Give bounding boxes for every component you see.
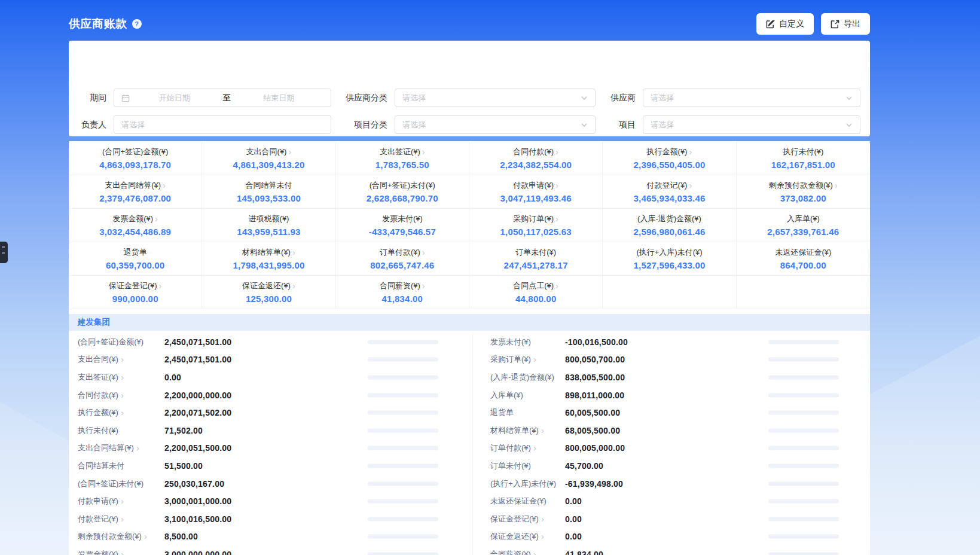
progress-bar <box>768 340 839 344</box>
progress-bar <box>368 340 438 344</box>
metric-link[interactable]: 支出合同(¥)› <box>78 354 124 365</box>
metric-value: 45,700.00 <box>565 461 603 471</box>
metric-link[interactable]: 支出签证(¥)› <box>78 372 124 383</box>
chevron-right-icon: › <box>144 532 147 541</box>
metric-link[interactable]: 付款申请(¥)› <box>78 496 124 507</box>
metric-value: 2,200,000,000.00 <box>164 391 231 400</box>
supplier-category-select[interactable]: 请选择 <box>395 89 596 107</box>
project-label: 项目 <box>598 120 643 130</box>
summary-cell: (合同+签证)金额(¥)4,863,093,178.70 <box>69 142 202 175</box>
metric-row: 未返还保证金(¥)0.00 <box>469 492 870 510</box>
project-category-select[interactable]: 请选择 <box>395 115 596 134</box>
chevron-right-icon: › <box>533 444 536 452</box>
owner-label: 负责人 <box>69 120 114 130</box>
summary-cell[interactable]: 保证金登记(¥)›990,000.00 <box>69 276 202 309</box>
metric-row: 订单未付(¥)45,700.00 <box>469 457 870 475</box>
metric-value: 3,032,454,486.89 <box>69 225 202 239</box>
help-icon[interactable]: ? <box>132 19 142 29</box>
summary-cell[interactable]: 合同薪资(¥)›41,834.00 <box>336 276 469 309</box>
summary-cell[interactable]: 发票金额(¥)›3,032,454,486.89 <box>69 209 202 242</box>
metric-label: (合同+签证)金额(¥) <box>78 337 144 347</box>
summary-cell[interactable]: 材料结算单(¥)›1,798,431,995.00 <box>202 242 335 276</box>
owner-select[interactable]: 请选择 <box>114 115 331 134</box>
metric-label: 发票未付(¥) <box>382 213 423 225</box>
summary-cell[interactable]: 合同付款(¥)›2,234,382,554.00 <box>469 142 603 175</box>
metric-link[interactable]: 保证金返还(¥)› <box>490 531 544 542</box>
metric-link[interactable]: 剩余预付款金额(¥)› <box>78 531 147 542</box>
progress-bar <box>768 517 839 521</box>
metric-label: 执行未付(¥) <box>783 146 823 158</box>
summary-cell[interactable]: 订单付款(¥)›802,665,747.46 <box>336 242 469 276</box>
progress-bar <box>768 463 839 468</box>
summary-cell[interactable]: 支出签证(¥)›1,783,765.50 <box>336 142 469 175</box>
metric-row: 支出签证(¥)›0.00 <box>69 368 469 386</box>
side-drawer-handle[interactable] <box>0 242 8 263</box>
metric-label: 进项税额(¥) <box>249 213 289 225</box>
metrics-column-right: 发票未付(¥)-100,016,500.00采购订单(¥)›800,050,70… <box>469 333 870 555</box>
metric-link[interactable]: 采购订单(¥)› <box>490 354 536 365</box>
summary-cell[interactable]: 保证金返还(¥)›125,300.00 <box>202 276 335 309</box>
metric-label: 付款登记(¥) <box>647 179 688 191</box>
chevron-right-icon: › <box>292 248 295 257</box>
summary-cell[interactable]: 支出合同结算(¥)›2,379,476,087.00 <box>69 175 202 209</box>
progress-bar <box>368 552 438 555</box>
summary-cell: (入库-退货)金额(¥)2,596,980,061.46 <box>603 209 736 242</box>
progress-bar <box>768 428 839 432</box>
metric-value: 0.00 <box>565 514 582 524</box>
summary-cell[interactable]: 支出合同(¥)›4,861,309,413.20 <box>202 142 335 175</box>
metric-label: 入库单(¥) <box>787 213 820 225</box>
supplier-select[interactable]: 请选择 <box>643 89 860 107</box>
metric-link[interactable]: 合同薪资(¥)› <box>490 549 536 555</box>
project-select[interactable]: 请选择 <box>643 115 860 134</box>
supplier-label: 供应商 <box>598 93 643 103</box>
summary-cell[interactable]: 付款申请(¥)›3,047,119,493.46 <box>469 175 603 209</box>
metric-link[interactable]: 合同付款(¥)› <box>78 390 124 401</box>
metric-link[interactable]: 材料结算单(¥)› <box>490 425 544 436</box>
metric-value: 0.00 <box>565 496 582 506</box>
summary-cell[interactable]: 采购订单(¥)›1,050,117,025.63 <box>469 209 603 242</box>
date-range-input[interactable]: 开始日期 至 结束日期 <box>114 89 331 107</box>
end-date-placeholder: 结束日期 <box>234 93 324 103</box>
chevron-right-icon: › <box>835 181 838 190</box>
metric-row: (合同+签证)金额(¥)2,450,071,501.00 <box>69 333 469 351</box>
summary-cell: 合同结算未付145,093,533.00 <box>202 175 335 209</box>
summary-cell[interactable]: 执行金额(¥)›2,396,550,405.00 <box>603 142 736 175</box>
chevron-down-icon <box>581 121 588 129</box>
results-card: (合同+签证)金额(¥)4,863,093,178.70支出合同(¥)›4,86… <box>69 141 870 555</box>
chevron-right-icon: › <box>555 215 558 223</box>
metric-row: 保证金返还(¥)›0.00 <box>469 528 870 546</box>
export-button[interactable]: 导出 <box>821 13 870 35</box>
progress-bar <box>768 411 839 415</box>
metric-link[interactable]: 执行金额(¥)› <box>78 407 124 418</box>
metric-link[interactable]: 保证金登记(¥)› <box>490 514 544 524</box>
metric-link[interactable]: 付款登记(¥)› <box>78 514 124 524</box>
chevron-right-icon: › <box>541 426 544 435</box>
chevron-right-icon: › <box>533 550 536 555</box>
summary-cell[interactable]: 剩余预付款金额(¥)›373,082.00 <box>737 175 870 209</box>
metric-label: (入库-退货)金额(¥) <box>490 372 554 383</box>
metric-row: 剩余预付款金额(¥)›8,500.00 <box>69 528 469 546</box>
metric-link[interactable]: 发票金额(¥)› <box>78 549 124 555</box>
metric-link[interactable]: 支出合同结算(¥)› <box>78 443 139 453</box>
metric-row: 合同薪资(¥)›41,834.00 <box>469 545 870 555</box>
metric-label: (合同+签证)金额(¥) <box>102 146 168 158</box>
chevron-right-icon: › <box>689 148 692 156</box>
customize-button[interactable]: 自定义 <box>756 13 814 35</box>
metric-row: (执行+入库)未付(¥)-61,939,498.00 <box>469 475 870 493</box>
metric-label: 订单未付(¥) <box>490 461 531 471</box>
metric-label: (合同+签证)未付(¥) <box>78 478 144 489</box>
metric-label: 支出合同(¥) <box>246 146 287 158</box>
chevron-right-icon: › <box>159 282 162 290</box>
page-title: 供应商账款 <box>69 16 127 32</box>
metric-value: 800,050,700.00 <box>565 355 625 364</box>
summary-cell[interactable]: 合同点工(¥)›44,800.00 <box>469 276 603 309</box>
company-name-link[interactable]: 建发集团 <box>69 314 870 331</box>
metric-link[interactable]: 订单付款(¥)› <box>490 443 536 453</box>
metric-row: 执行金额(¥)›2,200,071,502.00 <box>69 404 469 422</box>
chevron-right-icon: › <box>555 148 558 156</box>
metric-value: 4,861,309,413.20 <box>202 158 335 172</box>
summary-cell[interactable]: 付款登记(¥)›3,465,934,033.46 <box>603 175 736 209</box>
metric-value: 3,000,001,000.00 <box>164 496 231 506</box>
metric-value: -100,016,500.00 <box>565 337 628 347</box>
page: 供应商账款 ? 自定义 导出 期间 开始日期 至 结束日期 <box>0 0 980 555</box>
